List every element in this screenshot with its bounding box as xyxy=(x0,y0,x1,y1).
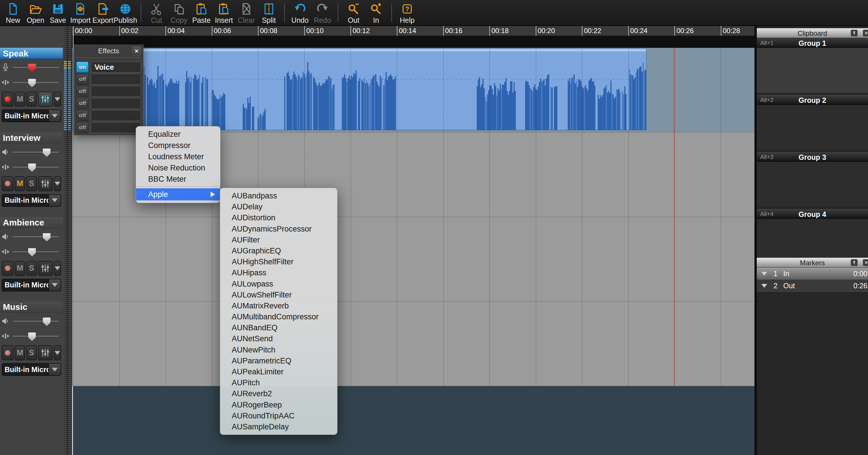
eq-sliders-button[interactable] xyxy=(38,345,53,360)
submenu-item-aupeaklimiter[interactable]: AUPeakLimiter xyxy=(220,366,337,377)
pan-slider[interactable] xyxy=(13,167,59,168)
track-title[interactable]: Ambience xyxy=(0,217,63,228)
solo-button[interactable]: S xyxy=(26,345,37,360)
clipboard-group-header[interactable]: Alt+3Group 3 xyxy=(757,152,868,162)
clipboard-group-body[interactable] xyxy=(757,162,868,207)
marker-expand-triangle-icon[interactable] xyxy=(762,272,767,275)
submenu-item-audistortion[interactable]: AUDistortion xyxy=(220,212,337,223)
submenu-item-audelay[interactable]: AUDelay xyxy=(220,201,337,212)
track-title[interactable]: Speak xyxy=(0,48,63,59)
submenu-item-augraphiceq[interactable]: AUGraphicEQ xyxy=(220,246,337,256)
menu-item-loudness-meter[interactable]: Loudness Meter xyxy=(136,151,220,162)
record-arm-button[interactable] xyxy=(2,261,13,276)
submenu-item-aumatrixreverb[interactable]: AUMatrixReverb xyxy=(220,300,337,311)
mute-button[interactable]: M xyxy=(15,261,25,276)
submenu-item-aulowshelffilter[interactable]: AULowShelfFilter xyxy=(220,289,337,300)
toolbar-button-open[interactable]: Open xyxy=(24,0,47,25)
toolbar-button-insert[interactable]: Insert xyxy=(213,0,235,25)
effect-off-toggle[interactable]: off xyxy=(76,110,89,121)
effect-name-field[interactable] xyxy=(91,98,141,109)
submenu-item-aubandpass[interactable]: AUBandpass xyxy=(220,190,337,201)
toolbar-button-out[interactable]: Out xyxy=(342,0,365,25)
menu-item-equalizer[interactable]: Equalizer xyxy=(136,129,220,140)
timeline-ruler[interactable]: 00:0000:0200:0400:0600:0800:1000:1200:14… xyxy=(72,26,754,36)
pin-icon[interactable] xyxy=(851,259,858,266)
volume-slider-handle[interactable] xyxy=(43,317,51,326)
clipboard-group-body[interactable] xyxy=(757,105,868,150)
input-device-dropdown[interactable]: Built-in Microphone xyxy=(2,279,61,291)
toolbar-button-new[interactable]: New xyxy=(2,0,24,25)
volume-slider-handle[interactable] xyxy=(43,148,51,157)
volume-slider[interactable] xyxy=(13,152,59,153)
timeline-track-row[interactable] xyxy=(72,48,754,132)
menu-item-compressor[interactable]: Compressor xyxy=(136,140,220,151)
mute-button[interactable]: M xyxy=(15,92,25,106)
toolbar-button-in[interactable]: In xyxy=(365,0,387,25)
submenu-item-aunbandeq[interactable]: AUNBandEQ xyxy=(220,322,337,333)
toolbar-button-publish[interactable]: Publish xyxy=(114,0,136,25)
toolbar-button-undo[interactable]: Undo xyxy=(289,0,311,25)
track-title[interactable]: Interview xyxy=(0,132,63,143)
eq-sliders-button[interactable] xyxy=(38,176,53,191)
menu-item-noise-reduction[interactable]: Noise Reduction xyxy=(136,162,220,174)
track-options-dropdown-button[interactable] xyxy=(54,176,61,191)
track-options-dropdown-button[interactable] xyxy=(54,261,61,276)
submenu-item-aurogerbeep[interactable]: AURogerBeep xyxy=(220,399,337,410)
marker-row[interactable]: 1In0:00 xyxy=(757,267,868,280)
clipboard-group-body[interactable] xyxy=(757,48,868,93)
submenu-item-auparametriceq[interactable]: AUParametricEQ xyxy=(220,355,337,366)
effect-name-field[interactable] xyxy=(91,86,141,97)
effect-off-toggle[interactable]: off xyxy=(76,98,89,109)
clipboard-group-header[interactable]: Alt+2Group 2 xyxy=(757,95,868,105)
input-device-dropdown-button[interactable] xyxy=(49,364,61,375)
pan-slider-handle[interactable] xyxy=(28,248,36,257)
pin-icon[interactable] xyxy=(851,30,858,37)
effect-name-field[interactable]: Voice Profiler xyxy=(91,62,141,72)
effect-off-toggle[interactable]: off xyxy=(76,122,89,133)
submenu-item-aulowpass[interactable]: AULowpass xyxy=(220,279,337,289)
submenu-item-aunewpitch[interactable]: AUNewPitch xyxy=(220,345,337,355)
mute-button[interactable]: M xyxy=(15,176,25,191)
submenu-item-audynamicsprocessor[interactable]: AUDynamicsProcessor xyxy=(220,224,337,234)
submenu-item-auhighshelffilter[interactable]: AUHighShelfFilter xyxy=(220,256,337,267)
timeline-track-row[interactable] xyxy=(72,301,754,386)
track-options-dropdown-button[interactable] xyxy=(54,345,61,360)
clipboard-group-header[interactable]: Alt+1Group 1 xyxy=(757,38,868,48)
submenu-item-auhipass[interactable]: AUHipass xyxy=(220,267,337,278)
submenu-item-aufilter[interactable]: AUFilter xyxy=(220,234,337,246)
record-arm-button[interactable] xyxy=(2,345,13,360)
audio-region-speak[interactable] xyxy=(73,48,646,130)
volume-slider[interactable] xyxy=(13,236,59,237)
effect-name-field[interactable] xyxy=(91,110,141,121)
input-device-dropdown-button[interactable] xyxy=(49,110,61,122)
pan-slider-handle[interactable] xyxy=(28,163,36,172)
pan-slider[interactable] xyxy=(13,251,59,252)
record-arm-button[interactable] xyxy=(2,92,13,106)
track-title[interactable]: Music xyxy=(0,301,63,313)
volume-slider-handle[interactable] xyxy=(43,233,51,241)
record-arm-button[interactable] xyxy=(2,176,13,191)
effect-name-field[interactable] xyxy=(91,122,141,133)
mute-button[interactable]: M xyxy=(15,345,25,360)
submenu-item-auroundtripaac[interactable]: AURoundTripAAC xyxy=(220,410,337,421)
toolbar-button-help[interactable]: ?Help xyxy=(396,0,418,25)
pan-slider[interactable] xyxy=(13,336,59,337)
track-options-dropdown-button[interactable] xyxy=(54,92,61,106)
pan-slider-handle[interactable] xyxy=(28,78,36,87)
close-icon[interactable]: ✕ xyxy=(863,30,868,37)
volume-slider[interactable] xyxy=(13,67,59,68)
submenu-item-aunetsend[interactable]: AUNetSend xyxy=(220,333,337,344)
clipboard-group-body[interactable] xyxy=(757,219,868,264)
input-device-dropdown[interactable]: Built-in Microphone xyxy=(2,109,61,122)
marker-row[interactable]: 2Out0:26 xyxy=(757,280,868,292)
input-device-dropdown[interactable]: Built-in Microphone xyxy=(2,194,61,207)
eq-sliders-button[interactable] xyxy=(38,261,53,276)
close-icon[interactable]: ✕ xyxy=(863,259,868,266)
marker-expand-triangle-icon[interactable] xyxy=(762,284,767,288)
close-icon[interactable]: ✕ xyxy=(132,47,141,55)
pan-slider[interactable] xyxy=(13,82,59,83)
submenu-item-aureverb2[interactable]: AUReverb2 xyxy=(220,388,337,399)
toolbar-button-paste[interactable]: Paste xyxy=(190,0,213,25)
toolbar-button-split[interactable]: Split xyxy=(258,0,280,25)
volume-slider[interactable] xyxy=(13,321,59,322)
